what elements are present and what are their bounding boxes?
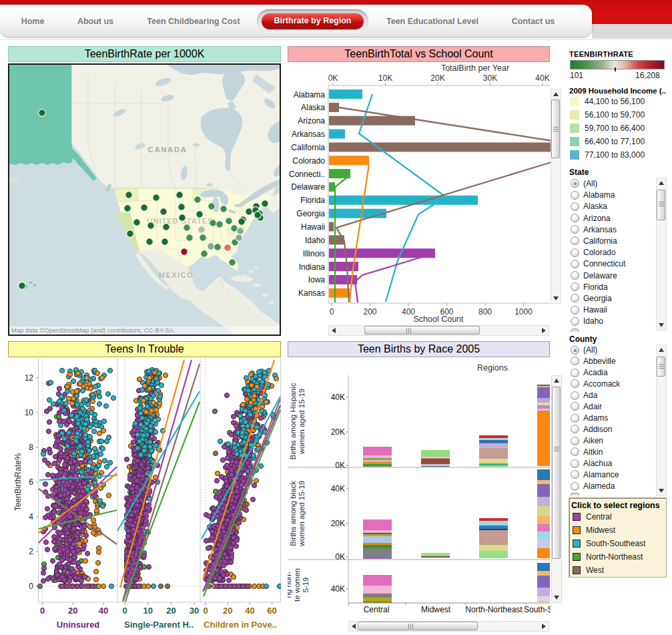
svg-text:Arizona: Arizona (298, 116, 325, 126)
svg-text:Births among blackwomen aged 1: Births among blackwomen aged 15-19 (289, 481, 306, 547)
svg-text:0K: 0K (328, 73, 338, 83)
svg-text:40K: 40K (331, 484, 345, 493)
svg-text:Georgia: Georgia (296, 209, 325, 218)
svg-text:30K: 30K (483, 73, 497, 83)
svg-text:1000: 1000 (515, 307, 533, 316)
svg-text:TotalBirth per Year: TotalBirth per Year (441, 63, 509, 73)
svg-text:Midwest: Midwest (421, 605, 451, 614)
svg-text:TeenBirthRate%: TeenBirthRate% (13, 453, 23, 511)
svg-text:Illinois: Illinois (303, 249, 325, 258)
svg-text:North-Northeast: North-Northeast (465, 605, 523, 614)
svg-text:ng non-te women5-19: ng non-te women5-19 (288, 568, 310, 602)
svg-text:Kansas: Kansas (298, 288, 325, 298)
svg-text:California: California (291, 143, 325, 152)
svg-text:Children in Pove..: Children in Pove.. (204, 620, 277, 630)
svg-text:40K: 40K (331, 584, 345, 594)
svg-text:Idaho: Idaho (305, 236, 325, 245)
svg-text:40K: 40K (535, 73, 549, 83)
svg-text:20: 20 (166, 606, 176, 616)
svg-text:0: 0 (122, 606, 127, 616)
svg-text:10: 10 (143, 606, 152, 616)
svg-text:Alaska: Alaska (301, 103, 325, 112)
svg-text:8: 8 (29, 443, 33, 452)
svg-text:Births among Hispanicwomen age: Births among Hispanicwomen aged 15-19 (289, 383, 306, 459)
svg-text:0: 0 (203, 606, 208, 616)
svg-text:School Count: School Count (413, 314, 464, 324)
svg-text:40K: 40K (331, 393, 345, 402)
svg-text:10K: 10K (378, 73, 392, 83)
svg-text:South-S: South-S (524, 605, 551, 614)
svg-text:200: 200 (363, 307, 376, 316)
svg-text:12: 12 (25, 373, 34, 383)
svg-text:20: 20 (223, 606, 232, 616)
svg-text:20K: 20K (331, 427, 345, 437)
svg-text:10: 10 (25, 408, 34, 417)
svg-text:800: 800 (478, 307, 492, 316)
svg-text:CANADA: CANADA (148, 146, 188, 154)
svg-text:30: 30 (190, 606, 199, 616)
svg-text:Indiana: Indiana (299, 262, 326, 272)
svg-text:0: 0 (40, 606, 45, 616)
svg-text:Delaware: Delaware (291, 182, 325, 192)
svg-text:Connecti..: Connecti.. (289, 170, 325, 179)
svg-text:Iowa: Iowa (308, 275, 326, 284)
svg-text:2: 2 (29, 547, 33, 556)
svg-text:20: 20 (68, 606, 77, 616)
svg-text:Regions: Regions (477, 363, 508, 373)
svg-text:Uninsured: Uninsured (57, 620, 99, 630)
svg-text:0K: 0K (335, 552, 345, 562)
svg-text:0: 0 (330, 307, 334, 316)
svg-text:4: 4 (29, 512, 33, 521)
svg-text:40: 40 (99, 606, 108, 616)
svg-text:Single-Parent H..: Single-Parent H.. (124, 620, 194, 630)
svg-text:20K: 20K (331, 519, 345, 528)
svg-text:MEXICO: MEXICO (159, 271, 194, 279)
svg-text:60: 60 (267, 606, 276, 616)
svg-text:0K: 0K (335, 461, 345, 470)
svg-text:Arkansas: Arkansas (292, 130, 325, 139)
svg-text:Map data ©OpenStreetMap (and): Map data ©OpenStreetMap (and) contributo… (11, 327, 176, 334)
svg-text:6: 6 (29, 477, 33, 487)
svg-text:Florida: Florida (300, 196, 325, 205)
svg-text:40: 40 (245, 606, 254, 616)
svg-text:Colorado: Colorado (292, 156, 325, 166)
svg-text:Central: Central (364, 605, 390, 614)
svg-text:Alabama: Alabama (294, 90, 326, 99)
svg-text:20K: 20K (430, 73, 444, 83)
svg-text:0: 0 (29, 582, 33, 591)
svg-text:Hawaii: Hawaii (301, 222, 325, 232)
